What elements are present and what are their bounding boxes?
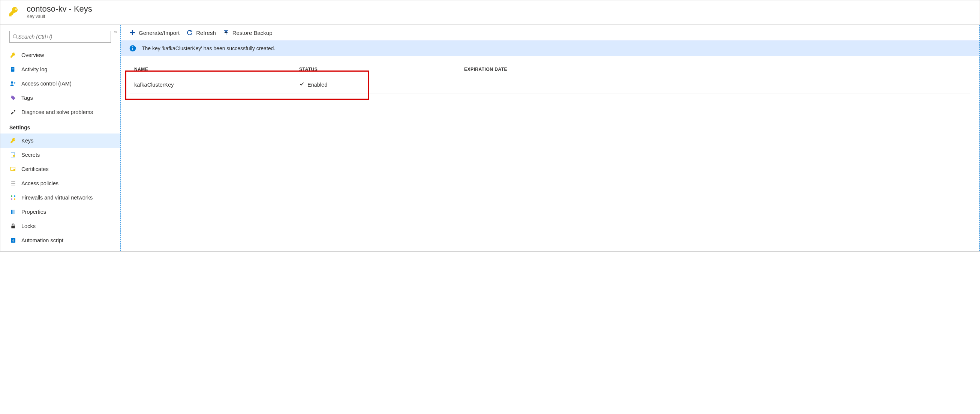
svg-rect-17 (11, 226, 14, 228)
collapse-sidebar-icon[interactable]: « (114, 29, 117, 35)
column-header-expiration[interactable]: EXPIRATION DATE (464, 67, 966, 72)
toolbar-label: Generate/Import (139, 30, 180, 36)
list-icon (10, 180, 17, 187)
check-icon (299, 81, 304, 88)
activity-log-icon (10, 65, 17, 73)
table-header: NAME STATUS EXPIRATION DATE (130, 62, 970, 76)
sidebar: « Overview Activity log Access control (… (0, 25, 120, 251)
network-icon (10, 194, 17, 201)
svg-rect-7 (13, 155, 14, 157)
sidebar-item-certificates[interactable]: Certificates (0, 162, 120, 176)
plus-icon (129, 29, 136, 36)
key-icon (10, 51, 17, 59)
status-text: Enabled (307, 82, 327, 88)
sidebar-item-label: Diagnose and solve problems (21, 109, 93, 115)
sidebar-item-label: Automation script (21, 237, 64, 244)
script-icon (10, 237, 17, 244)
generate-import-button[interactable]: Generate/Import (129, 29, 180, 36)
certificate-icon (10, 166, 17, 173)
sidebar-item-secrets[interactable]: Secrets (0, 148, 120, 162)
toolbar-label: Restore Backup (232, 30, 272, 36)
sidebar-item-automation-script[interactable]: Automation script (0, 233, 120, 247)
keyvault-key-icon (7, 5, 21, 18)
sidebar-item-access-policies[interactable]: Access policies (0, 176, 120, 191)
sidebar-item-label: Keys (21, 138, 33, 143)
svg-point-21 (132, 46, 134, 48)
sidebar-item-properties[interactable]: Properties (0, 205, 120, 219)
sidebar-item-activity-log[interactable]: Activity log (0, 62, 120, 76)
sidebar-item-label: Locks (21, 223, 36, 229)
svg-rect-1 (12, 68, 13, 68)
command-bar: Generate/Import Refresh Restore Backup (121, 25, 979, 40)
sidebar-search[interactable] (10, 31, 111, 43)
info-icon (129, 45, 137, 52)
column-header-status[interactable]: STATUS (299, 67, 464, 72)
sidebar-item-access-control[interactable]: Access control (IAM) (0, 76, 120, 91)
svg-rect-15 (13, 210, 13, 214)
page-subtitle: Key vault (27, 14, 92, 19)
keys-table: NAME STATUS EXPIRATION DATE kafkaCluster… (121, 56, 979, 99)
sidebar-item-tags[interactable]: Tags (0, 91, 120, 105)
people-icon (10, 80, 17, 88)
sidebar-item-label: Properties (21, 209, 46, 215)
toolbar-label: Refresh (196, 30, 216, 36)
sidebar-item-label: Tags (21, 95, 33, 101)
page-title: contoso-kv - Keys (27, 4, 92, 14)
column-header-name[interactable]: NAME (134, 67, 299, 72)
sidebar-item-locks[interactable]: Locks (0, 219, 120, 233)
notification-text: The key 'kafkaClusterKey' has been succe… (142, 45, 275, 51)
lock-icon (10, 222, 17, 230)
sidebar-item-label: Secrets (21, 152, 40, 158)
secret-icon (10, 151, 17, 159)
wrench-icon (10, 108, 17, 116)
restore-backup-button[interactable]: Restore Backup (223, 29, 272, 36)
sidebar-item-diagnose[interactable]: Diagnose and solve problems (0, 105, 120, 119)
properties-icon (10, 208, 17, 216)
table-row[interactable]: kafkaClusterKey Enabled (130, 76, 970, 93)
refresh-icon (186, 29, 193, 36)
svg-point-4 (14, 82, 16, 84)
search-input[interactable] (18, 34, 108, 40)
svg-rect-14 (11, 210, 12, 214)
sidebar-item-keys[interactable]: Keys (0, 134, 120, 148)
key-icon (10, 137, 17, 144)
svg-point-3 (11, 81, 13, 84)
sidebar-item-label: Certificates (21, 166, 49, 172)
sidebar-item-overview[interactable]: Overview (0, 48, 120, 62)
upload-icon (223, 29, 229, 36)
svg-point-11 (14, 195, 15, 197)
svg-point-12 (11, 198, 13, 200)
cell-key-name: kafkaClusterKey (134, 82, 299, 88)
sidebar-item-label: Overview (21, 52, 44, 58)
sidebar-item-label: Access control (IAM) (21, 81, 72, 87)
svg-point-9 (13, 169, 15, 171)
svg-point-10 (11, 195, 13, 197)
svg-point-5 (12, 96, 13, 97)
sidebar-item-label: Firewalls and virtual networks (21, 194, 92, 201)
sidebar-item-label: Access policies (21, 180, 59, 186)
cell-key-status: Enabled (299, 81, 464, 88)
svg-rect-16 (13, 210, 14, 214)
search-icon (13, 34, 18, 39)
success-notification: The key 'kafkaClusterKey' has been succe… (121, 40, 979, 56)
sidebar-group-settings: Settings (0, 119, 120, 134)
svg-rect-2 (12, 69, 13, 69)
sidebar-nav: Overview Activity log Access control (IA… (0, 45, 120, 247)
svg-rect-20 (132, 48, 133, 51)
tag-icon (10, 94, 17, 102)
svg-point-13 (14, 198, 15, 200)
refresh-button[interactable]: Refresh (186, 29, 216, 36)
page-header: contoso-kv - Keys Key vault (0, 0, 980, 25)
sidebar-item-label: Activity log (21, 66, 47, 72)
sidebar-item-firewalls[interactable]: Firewalls and virtual networks (0, 191, 120, 205)
main-panel: Generate/Import Refresh Restore Backup T… (120, 25, 980, 251)
